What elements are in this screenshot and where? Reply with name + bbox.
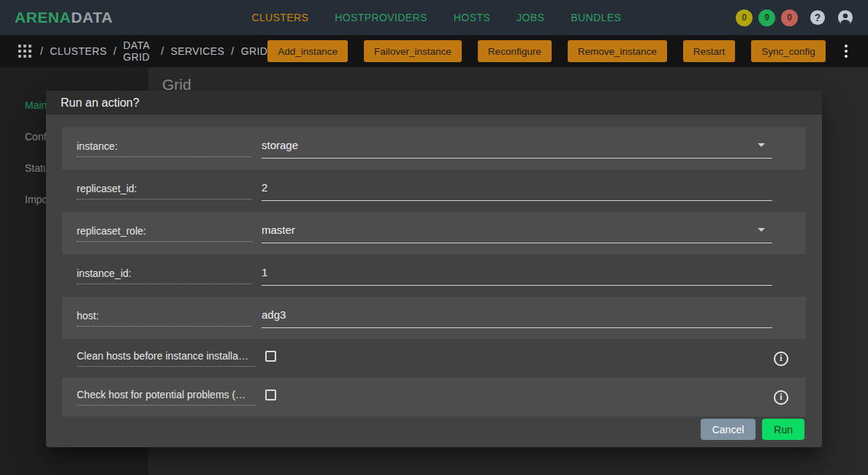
reconfigure-button[interactable]: Reconfigure (478, 40, 552, 62)
account-icon[interactable] (837, 10, 853, 26)
replicaset-role-select[interactable]: master (262, 224, 772, 243)
instance-id-input[interactable]: 1 (262, 266, 772, 286)
instance-id-label: instance_id: (77, 267, 252, 284)
form-row-instance-id: instance_id: 1 (62, 254, 806, 297)
check-host-label: Check host for potential problems (… (77, 389, 256, 406)
failover-instance-button[interactable]: Failover_instance (364, 40, 462, 62)
info-icon[interactable]: i (774, 352, 788, 366)
chevron-down-icon (758, 143, 765, 147)
breadcrumb-clusters[interactable]: CLUSTERS (50, 45, 107, 57)
action-form: instance: storage replicaset_id: 2 repli… (62, 127, 806, 417)
form-row-check-host: Check host for potential problems (… i (62, 378, 806, 417)
content-area: Main Conf Statu Impo Grid Run an action?… (0, 67, 868, 475)
nav-clusters[interactable]: CLUSTERS (251, 12, 308, 23)
dialog-title: Run an action? (46, 91, 822, 115)
instance-id-value: 1 (262, 266, 267, 278)
instance-label: instance: (77, 140, 252, 157)
breadcrumb-separator: / (161, 45, 164, 57)
breadcrumb-grid[interactable]: GRID (241, 45, 268, 57)
cancel-button[interactable]: Cancel (701, 419, 756, 440)
nav-hosts[interactable]: HOSTS (454, 12, 490, 23)
arenadata-logo[interactable]: ARENADATA (15, 9, 113, 26)
replicaset-id-input[interactable]: 2 (262, 181, 772, 201)
breadcrumb-services[interactable]: SERVICES (171, 45, 225, 57)
form-row-replicaset-id: replicaset_id: 2 (62, 170, 806, 212)
replicaset-id-value: 2 (262, 181, 267, 194)
warning-count-badge[interactable]: 0 (736, 10, 753, 26)
nav-jobs[interactable]: JOBS (517, 12, 544, 23)
main-nav: CLUSTERS HOSTPROVIDERS HOSTS JOBS BUNDLE… (251, 12, 621, 23)
breadcrumb-separator: / (40, 45, 43, 57)
help-icon[interactable]: ? (810, 10, 826, 26)
form-row-replicaset-role: replicaset_role: master (62, 212, 806, 254)
clean-hosts-label: Clean hosts before instance installa… (77, 350, 256, 367)
breadcrumb-separator: / (231, 45, 234, 57)
breadcrumb-data-grid[interactable]: DATA GRID (123, 39, 154, 63)
logo-part-data: DATA (71, 9, 113, 26)
breadcrumb-bar: / CLUSTERS / DATA GRID / SERVICES / GRID… (0, 35, 868, 67)
replicaset-role-value: master (262, 224, 295, 236)
svg-text:?: ? (815, 12, 821, 23)
nav-hostproviders[interactable]: HOSTPROVIDERS (335, 12, 427, 23)
cluster-actions: Add_instance Failover_instance Reconfigu… (267, 40, 826, 62)
breadcrumb-separator: / (113, 45, 116, 57)
breadcrumb: / CLUSTERS / DATA GRID / SERVICES / GRID (40, 39, 267, 63)
apps-grid-icon[interactable] (18, 45, 31, 58)
run-button[interactable]: Run (762, 419, 804, 440)
form-row-instance: instance: storage (62, 127, 806, 170)
replicaset-role-label: replicaset_role: (77, 225, 252, 242)
check-host-checkbox[interactable] (265, 390, 276, 400)
remove-instance-button[interactable]: Remove_instance (568, 40, 667, 62)
error-count-badge[interactable]: 0 (781, 10, 798, 26)
restart-button[interactable]: Restart (683, 40, 736, 62)
more-vert-icon[interactable] (840, 45, 852, 58)
host-label: host: (77, 310, 252, 327)
host-value: adg3 (262, 308, 286, 321)
navbar-right: 0 9 0 ? (736, 10, 853, 26)
replicaset-id-label: replicaset_id: (77, 183, 252, 200)
logo-part-arena: ARENA (15, 9, 71, 26)
nav-bundles[interactable]: BUNDLES (571, 12, 621, 23)
form-row-clean-hosts: Clean hosts before instance installa… i (62, 339, 806, 378)
top-navbar: ARENADATA CLUSTERS HOSTPROVIDERS HOSTS J… (0, 0, 868, 35)
add-instance-button[interactable]: Add_instance (267, 40, 348, 62)
dialog-footer: Cancel Run (701, 419, 804, 440)
run-action-dialog: Run an action? instance: storage replica… (46, 91, 822, 447)
chevron-down-icon (758, 228, 765, 232)
host-input[interactable]: adg3 (262, 308, 772, 328)
instance-select[interactable]: storage (262, 139, 772, 159)
instance-value: storage (262, 139, 298, 151)
sync-config-button[interactable]: Sync_config (751, 40, 826, 62)
info-icon[interactable]: i (774, 390, 788, 405)
form-row-host: host: adg3 (62, 297, 806, 339)
success-count-badge[interactable]: 9 (758, 10, 775, 26)
clean-hosts-checkbox[interactable] (265, 351, 276, 362)
